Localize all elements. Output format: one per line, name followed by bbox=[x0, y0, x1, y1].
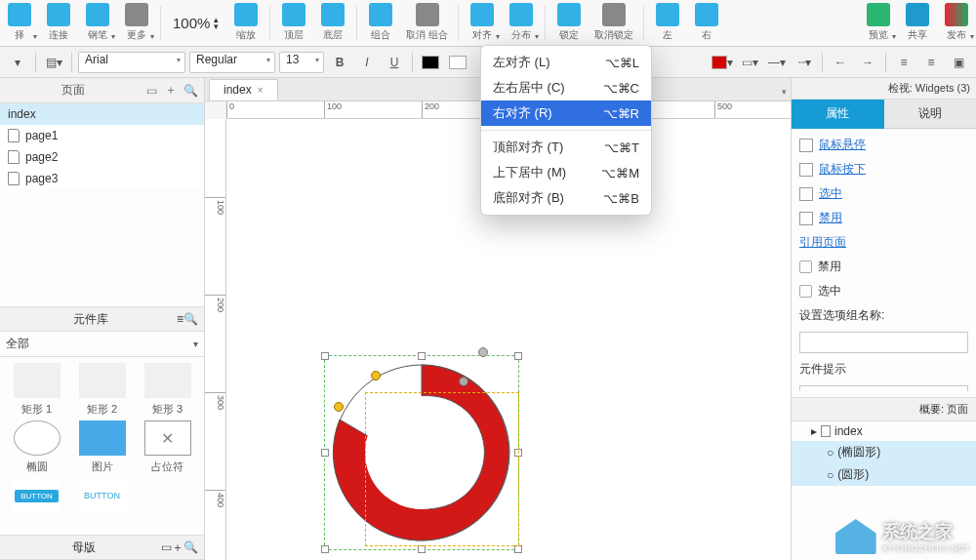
font-size-select[interactable]: 13▾ bbox=[279, 52, 324, 73]
masters-search-icon[interactable]: 🔍 bbox=[183, 540, 198, 554]
align-v[interactable]: ≡ bbox=[919, 52, 943, 73]
tool-align-left[interactable]: 左 bbox=[648, 0, 687, 46]
page-item-index[interactable]: index bbox=[0, 103, 204, 125]
page-item-page1[interactable]: page1 bbox=[0, 125, 204, 146]
menu-align-top[interactable]: 顶部对齐 (T)⌥⌘T bbox=[481, 135, 651, 160]
widget-ellipse[interactable]: 椭圆 bbox=[6, 420, 67, 474]
menu-align-bottom[interactable]: 底部对齐 (B)⌥⌘B bbox=[481, 185, 651, 211]
fill-color[interactable]: ▾ bbox=[711, 52, 734, 73]
underline-button[interactable]: U bbox=[383, 52, 406, 73]
style-mousedown-link[interactable]: 鼠标按下 bbox=[799, 161, 968, 178]
inspector-tab-properties[interactable]: 属性 bbox=[792, 100, 884, 129]
watermark: 系统之家 XITONGZHIJIA.NET bbox=[835, 519, 970, 554]
border-width[interactable]: —▾ bbox=[765, 52, 789, 73]
reference-page-link[interactable]: 引用页面 bbox=[799, 234, 968, 251]
widget-image[interactable]: 图片 bbox=[71, 420, 133, 474]
tool-preview[interactable]: 预览 bbox=[859, 0, 898, 46]
tool-publish[interactable]: 发布 bbox=[937, 0, 976, 46]
tool-lock[interactable]: 锁定 bbox=[549, 0, 589, 46]
widget-rect3[interactable]: 矩形 3 bbox=[137, 363, 198, 417]
library-menu-icon[interactable]: ≡ bbox=[177, 312, 183, 326]
tool-share[interactable]: 共享 bbox=[898, 0, 937, 46]
control-point[interactable] bbox=[478, 347, 488, 357]
tool-pen[interactable]: 钢笔 bbox=[78, 0, 117, 46]
tool-align-right[interactable]: 右 bbox=[687, 0, 726, 46]
widget-button2[interactable]: BUTTON bbox=[71, 478, 133, 529]
checkbox-selected[interactable]: 选中 bbox=[799, 283, 968, 300]
library-category-select[interactable]: 全部▾ bbox=[0, 332, 204, 357]
library-search-icon[interactable]: 🔍 bbox=[183, 312, 198, 326]
outline-header: 概要: 页面 bbox=[792, 398, 976, 421]
padding[interactable]: ▣ bbox=[947, 52, 970, 73]
zoom-value[interactable]: 100%▴▾ bbox=[165, 0, 226, 46]
main-toolbar: 择 连接 钢笔 更多 100%▴▾ 缩放 顶层 底层 组合 取消 组合 对齐 分… bbox=[0, 0, 976, 47]
checkbox-disabled[interactable]: 禁用 bbox=[799, 259, 968, 275]
pages-add-page-icon[interactable]: ＋ bbox=[163, 83, 179, 99]
page-item-page2[interactable]: page2 bbox=[0, 146, 204, 168]
page-icon bbox=[8, 150, 20, 164]
tab-index[interactable]: index× bbox=[209, 79, 278, 100]
tool-distribute[interactable]: 分布 bbox=[502, 0, 541, 46]
control-point[interactable] bbox=[334, 402, 344, 412]
tool-group[interactable]: 组合 bbox=[361, 0, 400, 46]
style-hover-link[interactable]: 鼠标悬停 bbox=[799, 137, 968, 153]
page-icon bbox=[8, 129, 20, 142]
close-icon[interactable]: × bbox=[258, 85, 264, 96]
widget-button1[interactable]: BUTTON bbox=[6, 478, 67, 529]
paragraph-style[interactable]: ▤▾ bbox=[42, 52, 65, 73]
cursor-icon bbox=[799, 212, 813, 225]
library-grid: 矩形 1 矩形 2 矩形 3 椭圆 图片 ✕占位符 BUTTON BUTTON bbox=[0, 357, 204, 535]
menu-align-middle[interactable]: 上下居中 (M)⌥⌘M bbox=[481, 160, 651, 185]
tool-zoom[interactable]: 缩放 bbox=[226, 0, 265, 46]
text-color[interactable] bbox=[419, 52, 442, 73]
cursor-icon bbox=[799, 163, 813, 177]
menu-align-center-h[interactable]: 左右居中 (C)⌥⌘C bbox=[481, 75, 651, 100]
widget-rect1[interactable]: 矩形 1 bbox=[6, 363, 67, 417]
widget-rect2[interactable]: 矩形 2 bbox=[71, 363, 133, 417]
tool-connect[interactable]: 连接 bbox=[39, 0, 78, 46]
tool-more[interactable]: 更多 bbox=[117, 0, 156, 46]
tool-ungroup[interactable]: 取消 组合 bbox=[400, 0, 454, 46]
bg-color[interactable] bbox=[446, 52, 469, 73]
page-item-page3[interactable]: page3 bbox=[0, 168, 204, 189]
bold-button[interactable]: B bbox=[328, 52, 351, 73]
control-point[interactable] bbox=[371, 371, 381, 380]
pages-list: index page1 page2 page3 bbox=[0, 103, 204, 189]
pages-search-icon[interactable]: 🔍 bbox=[183, 83, 198, 99]
italic-button[interactable]: I bbox=[355, 52, 379, 73]
style-dropdown[interactable]: ▾ bbox=[6, 52, 29, 73]
left-panel: 页面 ▭ ＋ 🔍 index page1 page2 page3 元件库 ≡ 🔍… bbox=[0, 78, 205, 560]
pages-panel-header: 页面 ▭ ＋ 🔍 bbox=[0, 78, 204, 103]
border-style[interactable]: ▭▾ bbox=[738, 52, 761, 73]
tool-align[interactable]: 对齐 bbox=[463, 0, 502, 46]
widget-placeholder[interactable]: ✕占位符 bbox=[137, 420, 198, 474]
group-name-input[interactable] bbox=[799, 332, 968, 353]
outline-page[interactable]: ▸ index bbox=[792, 421, 976, 441]
tool-unlock[interactable]: 取消锁定 bbox=[589, 0, 639, 46]
align-h[interactable]: ≡ bbox=[892, 52, 915, 73]
font-weight-select[interactable]: Regular▾ bbox=[189, 52, 275, 73]
tool-bring-front[interactable]: 顶层 bbox=[274, 0, 313, 46]
masters-add-folder-icon[interactable]: ▭ bbox=[161, 540, 172, 554]
outline-item-1[interactable]: ○ (椭圆形) bbox=[792, 441, 976, 463]
menu-align-left[interactable]: 左对齐 (L)⌥⌘L bbox=[481, 50, 651, 75]
arrow-start[interactable]: ← bbox=[829, 52, 852, 73]
style-selected-link[interactable]: 选中 bbox=[799, 185, 968, 202]
menu-align-right[interactable]: 右对齐 (R)⌥⌘R bbox=[481, 100, 651, 126]
outline-panel: 概要: 页面 ▸ index ○ (椭圆形) ○ (圆形) bbox=[792, 397, 976, 486]
pages-add-folder-icon[interactable]: ▭ bbox=[143, 83, 159, 99]
masters-panel-header: 母版 ▭ ＋ 🔍 bbox=[0, 535, 204, 560]
control-point[interactable] bbox=[459, 377, 468, 386]
tool-select[interactable]: 择 bbox=[0, 0, 39, 46]
inspector-tab-notes[interactable]: 说明 bbox=[884, 100, 977, 129]
style-disabled-link[interactable]: 禁用 bbox=[799, 210, 968, 226]
tooltip-input[interactable] bbox=[799, 385, 968, 391]
selection-inner bbox=[365, 392, 519, 546]
arrow-end[interactable]: → bbox=[856, 52, 879, 73]
font-family-select[interactable]: Arial▾ bbox=[78, 52, 185, 73]
masters-add-icon[interactable]: ＋ bbox=[172, 540, 183, 556]
tool-send-back[interactable]: 底层 bbox=[313, 0, 352, 46]
cursor-icon bbox=[799, 139, 813, 152]
line-style[interactable]: ┄▾ bbox=[793, 52, 816, 73]
outline-item-2[interactable]: ○ (圆形) bbox=[792, 463, 976, 486]
